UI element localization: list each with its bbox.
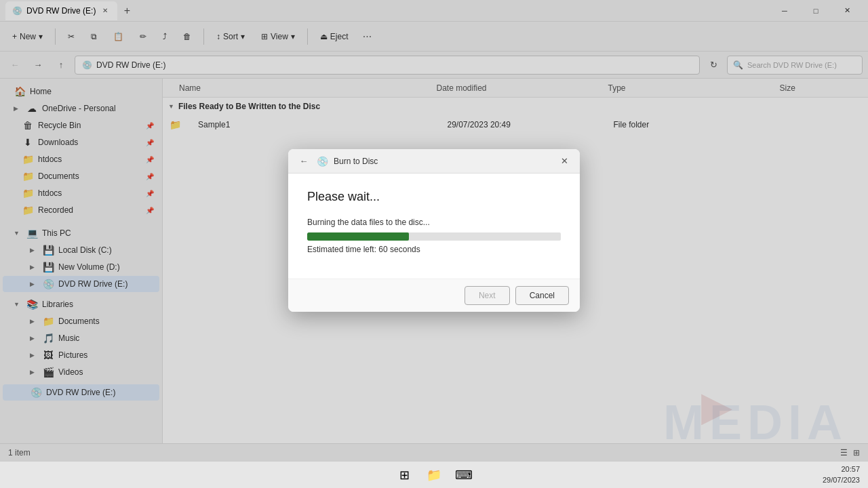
dialog-overlay: ← 💿 Burn to Disc ✕ Please wait... Burnin…: [0, 0, 868, 461]
dialog-back-button[interactable]: ←: [296, 154, 311, 169]
progress-bar-container: [307, 232, 561, 241]
dialog-time-text: Estimated time left: 60 seconds: [307, 245, 561, 254]
next-button[interactable]: Next: [465, 286, 510, 305]
folder-button[interactable]: 📁: [420, 463, 448, 487]
dialog-body: Please wait... Burning the data files to…: [288, 174, 580, 279]
terminal-button[interactable]: ⌨: [450, 463, 477, 487]
dialog-heading: Please wait...: [307, 190, 561, 204]
dialog-title-text: Burn to Disc: [334, 157, 551, 166]
burn-to-disc-dialog: ← 💿 Burn to Disc ✕ Please wait... Burnin…: [288, 149, 580, 312]
dialog-footer: Next Cancel: [288, 279, 580, 312]
progress-bar-fill: [307, 232, 409, 241]
cancel-button[interactable]: Cancel: [515, 286, 569, 305]
dialog-disc-icon: 💿: [317, 156, 328, 167]
dialog-titlebar: ← 💿 Burn to Disc ✕: [288, 149, 580, 174]
dialog-status-text: Burning the data files to the disc...: [307, 218, 561, 227]
taskbar: ⊞ 📁 ⌨ 20:57 29/07/2023: [0, 461, 868, 488]
clock-time: 20:57: [823, 464, 860, 474]
dialog-close-button[interactable]: ✕: [557, 154, 572, 169]
taskbar-clock: 20:57 29/07/2023: [823, 464, 860, 485]
clock-date: 29/07/2023: [823, 475, 860, 485]
start-button[interactable]: ⊞: [391, 463, 418, 487]
